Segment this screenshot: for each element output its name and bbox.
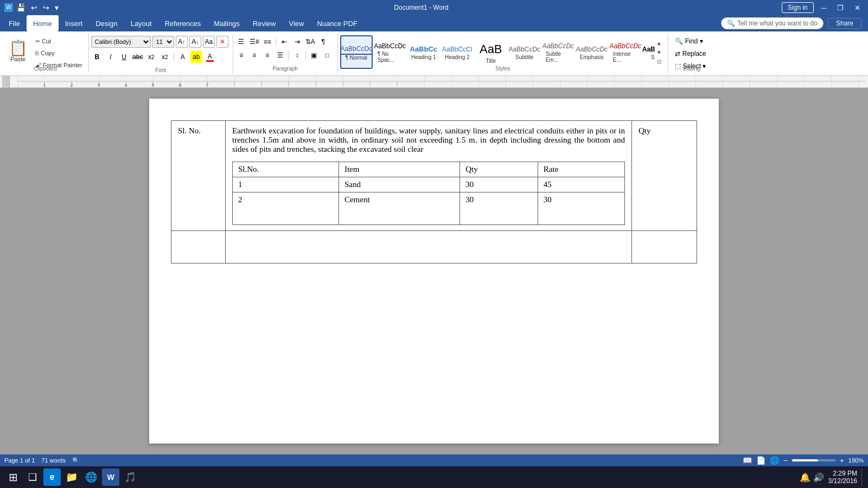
ruler-body: 1 2 3 4 5 6 7: [17, 76, 866, 87]
style-strong[interactable]: AaBbCcDc Strong: [643, 35, 655, 69]
chrome-button[interactable]: 🌐: [82, 468, 100, 486]
quick-access-toolbar: W 💾 ↩ ↪ ▾: [4, 2, 61, 13]
word-taskbar-button[interactable]: W: [102, 468, 119, 486]
menu-view[interactable]: View: [282, 15, 310, 31]
customize-quick-access-button[interactable]: ▾: [53, 2, 61, 13]
styles-scroll-up[interactable]: ▲: [655, 38, 663, 47]
justify-button[interactable]: ☰: [275, 49, 286, 61]
file-explorer-button[interactable]: 📁: [63, 468, 80, 486]
cut-icon: ✂: [35, 38, 40, 45]
styles-scroll-down[interactable]: ▼: [655, 48, 663, 56]
show-hide-button[interactable]: ¶: [317, 36, 329, 48]
menu-design[interactable]: Design: [89, 15, 124, 31]
minimize-button[interactable]: ─: [818, 3, 829, 13]
multilevel-list-button[interactable]: ≡≡: [261, 36, 273, 48]
style-no-spacing[interactable]: AaBbCcDc ¶ No Spac...: [374, 35, 406, 69]
cell-qty-2[interactable]: [632, 231, 697, 264]
zoom-out-button[interactable]: −: [783, 457, 788, 465]
inner-cell-item-1: Sand: [339, 177, 459, 192]
copy-button[interactable]: ⎘ Copy: [33, 48, 85, 59]
divider: [305, 50, 306, 60]
menu-file[interactable]: File: [2, 15, 27, 31]
close-button[interactable]: ✕: [851, 3, 864, 13]
style-title-label: Title: [486, 58, 496, 64]
increase-indent-button[interactable]: ⇥: [291, 36, 303, 48]
menu-mailings[interactable]: Mailings: [207, 15, 246, 31]
style-subtitle[interactable]: AaBbCcDc Subtitle: [508, 35, 541, 69]
start-button[interactable]: ⊞: [4, 468, 22, 486]
style-subtle-em[interactable]: AaBbCcDc Subtle Em...: [542, 35, 575, 69]
replace-button[interactable]: ⇄ Replace: [671, 48, 711, 59]
show-desktop[interactable]: [861, 468, 864, 486]
app5-button[interactable]: 🎵: [122, 468, 139, 486]
bold-button[interactable]: B: [91, 51, 103, 63]
style-heading2[interactable]: AaBbCcCl Heading 2: [441, 35, 474, 69]
share-button[interactable]: Share: [828, 18, 861, 29]
style-subtitle-preview: AaBbCcDc: [508, 44, 540, 54]
menu-review[interactable]: Review: [246, 15, 283, 31]
zoom-bar[interactable]: [792, 459, 835, 461]
print-layout-button[interactable]: 📄: [756, 456, 765, 465]
document-page[interactable]: Sl. No. Earthwork excavation for foundat…: [149, 99, 719, 444]
menu-nuance-pdf[interactable]: Nuance PDF: [310, 15, 363, 31]
word-icon: W: [4, 3, 13, 12]
sign-in-button[interactable]: Sign in: [782, 2, 814, 13]
font-color-button[interactable]: A: [204, 51, 216, 63]
cell-desc-2[interactable]: [226, 231, 632, 264]
find-button[interactable]: 🔍 Find ▾: [671, 36, 711, 47]
task-view-button[interactable]: ❑: [24, 468, 41, 486]
shading-button[interactable]: ▣: [308, 49, 320, 61]
font-family-select[interactable]: Calibri (Body): [91, 36, 151, 48]
style-normal[interactable]: AaBbCcDc ¶ Normal: [340, 35, 373, 69]
cell-desc-1[interactable]: Earthwork excavation for foundation of b…: [226, 121, 632, 231]
numbered-list-button[interactable]: ☰#: [248, 36, 260, 48]
cell-slno-2[interactable]: [171, 231, 226, 264]
subscript-button[interactable]: x2: [145, 51, 157, 63]
proofing-icon[interactable]: 🔍: [72, 457, 80, 464]
style-intense-em[interactable]: AaBbCcDc Intense E...: [609, 35, 642, 69]
undo-button[interactable]: ↩: [29, 2, 40, 13]
line-spacing-button[interactable]: ↕: [291, 49, 303, 61]
save-button[interactable]: 💾: [14, 2, 28, 13]
outer-table-row-2: [171, 231, 697, 264]
menu-insert[interactable]: Insert: [59, 15, 90, 31]
menu-references[interactable]: References: [158, 15, 207, 31]
zoom-in-button[interactable]: +: [840, 457, 844, 465]
paste-button[interactable]: 📋 Paste: [4, 34, 31, 69]
style-emphasis[interactable]: AaBbCcDc Emphasis: [576, 35, 608, 69]
grow-font-button[interactable]: A↑: [176, 36, 188, 48]
paragraph-group: ☰ ☰# ≡≡ ⇤ ⇥ ⇅A ¶ ≡ ≡ ≡ ☰ ↕ ▣: [233, 34, 338, 73]
sort-button[interactable]: ⇅A: [304, 36, 316, 48]
style-title[interactable]: AaB Title: [475, 35, 507, 69]
style-intense-em-preview: AaBbCcDc: [609, 41, 641, 51]
font-size-select[interactable]: 11: [152, 36, 174, 48]
shrink-font-button[interactable]: A↓: [189, 36, 201, 48]
clear-formatting-button[interactable]: ✕: [216, 36, 228, 48]
cell-slno-1[interactable]: Sl. No.: [171, 121, 226, 231]
bullets-button[interactable]: ☰: [235, 36, 247, 48]
maximize-button[interactable]: ❐: [834, 3, 847, 13]
border-button[interactable]: □: [321, 49, 333, 61]
align-left-button[interactable]: ≡: [235, 49, 247, 61]
align-right-button[interactable]: ≡: [261, 49, 273, 61]
edge-button[interactable]: e: [43, 468, 61, 486]
menu-home[interactable]: Home: [27, 15, 59, 31]
highlight-color-button[interactable]: ab: [190, 51, 202, 63]
menu-layout[interactable]: Layout: [124, 15, 158, 31]
decrease-indent-button[interactable]: ⇤: [278, 36, 290, 48]
change-case-button[interactable]: Aa: [203, 36, 215, 48]
center-button[interactable]: ≡: [248, 49, 260, 61]
cell-qty-1[interactable]: Qty: [632, 121, 697, 231]
read-mode-button[interactable]: 📖: [743, 456, 752, 465]
redo-button[interactable]: ↪: [41, 2, 52, 13]
superscript-button[interactable]: x2: [159, 51, 171, 63]
italic-button[interactable]: I: [105, 51, 117, 63]
text-effect-button[interactable]: A: [177, 51, 189, 63]
underline-button[interactable]: U: [118, 51, 130, 63]
style-heading1[interactable]: AaBbCc Heading 1: [407, 35, 440, 69]
web-layout-button[interactable]: 🌐: [770, 456, 779, 465]
cut-button[interactable]: ✂ Cut: [33, 36, 85, 47]
strikethrough-button[interactable]: abc: [132, 51, 144, 63]
styles-more[interactable]: ⊡: [655, 57, 663, 66]
tell-me-input[interactable]: 🔍 Tell me what you want to do: [721, 17, 824, 29]
